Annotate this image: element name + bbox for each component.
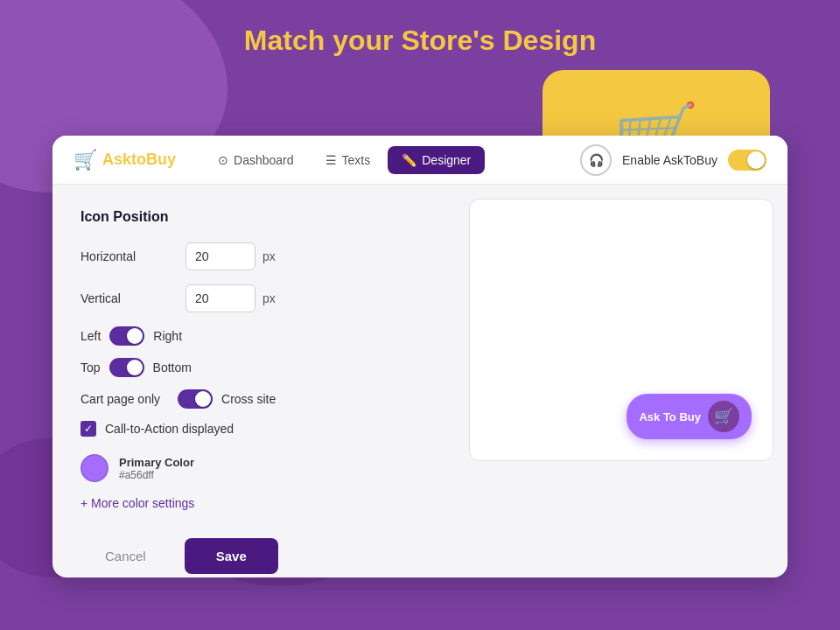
dashboard-tab-label: Dashboard xyxy=(234,153,294,167)
texts-tab-label: Texts xyxy=(342,153,371,167)
nav-tabs: ⊙ Dashboard ☰ Texts ✏️ Designer xyxy=(204,146,580,174)
widget-preview: Ask To Buy 🛒 xyxy=(626,394,752,439)
logo-to: to xyxy=(131,150,146,168)
widget-cart-icon: 🛒 xyxy=(714,407,733,426)
more-colors-link[interactable]: + More color settings xyxy=(80,496,427,510)
vertical-unit: px xyxy=(262,291,276,305)
vertical-row: Vertical px xyxy=(80,284,427,312)
widget-label: Ask To Buy xyxy=(639,410,701,424)
designer-tab-label: Designer xyxy=(422,153,471,167)
left-label: Left xyxy=(80,329,101,343)
logo-area: 🛒 AsktoBuy xyxy=(74,149,176,172)
section-title: Icon Position xyxy=(80,209,427,225)
horizontal-label: Horizontal xyxy=(80,249,186,263)
enable-label: Enable AskToBuy xyxy=(622,153,718,167)
horizontal-row: Horizontal px xyxy=(80,242,427,270)
cta-checkbox[interactable]: ✓ xyxy=(80,421,96,437)
vertical-input[interactable] xyxy=(186,284,256,312)
bottom-label: Bottom xyxy=(153,360,192,374)
primary-color-hex: #a56dff xyxy=(119,469,194,481)
horizontal-input[interactable] xyxy=(186,242,256,270)
page-title: Match your Store's Design xyxy=(0,24,840,57)
cart-page-label: Cart page only xyxy=(80,392,160,406)
right-label: Right xyxy=(153,329,182,343)
top-label: Top xyxy=(80,360,101,374)
logo-icon: 🛒 xyxy=(74,149,97,172)
headset-icon: 🎧 xyxy=(589,153,604,167)
logo-text: AsktoBuy xyxy=(102,150,176,169)
widget-cart-button[interactable]: 🛒 xyxy=(708,401,739,432)
cart-crosssite-thumb xyxy=(195,391,211,407)
logo-buy: Buy xyxy=(146,150,176,168)
cta-row: ✓ Call-to-Action displayed xyxy=(80,421,427,437)
dashboard-icon: ⊙ xyxy=(218,153,228,167)
enable-toggle[interactable] xyxy=(728,150,766,171)
texts-icon: ☰ xyxy=(326,153,337,167)
color-row: Primary Color #a56dff xyxy=(80,454,427,482)
preview-panel: Ask To Buy 🛒 xyxy=(455,185,788,578)
toggle-thumb xyxy=(747,151,765,169)
more-colors-label: + More color settings xyxy=(80,496,194,510)
logo-ask: Ask xyxy=(102,150,131,168)
cart-crosssite-toggle[interactable] xyxy=(178,389,213,409)
vertical-input-wrapper: px xyxy=(186,284,276,312)
top-bottom-row: Top Bottom xyxy=(80,358,427,377)
cancel-button[interactable]: Cancel xyxy=(80,538,171,574)
horizontal-input-wrapper: px xyxy=(186,242,276,270)
tab-dashboard[interactable]: ⊙ Dashboard xyxy=(204,146,308,174)
left-right-toggle[interactable] xyxy=(109,326,144,346)
designer-icon: ✏️ xyxy=(402,153,416,167)
cta-label: Call-to-Action displayed xyxy=(105,422,234,436)
vertical-label: Vertical xyxy=(80,291,186,305)
footer-buttons: Cancel Save xyxy=(80,538,427,574)
support-button[interactable]: 🎧 xyxy=(580,144,612,176)
tab-designer[interactable]: ✏️ Designer xyxy=(388,146,485,174)
cart-crosssite-row: Cart page only Cross site xyxy=(80,389,427,409)
preview-box: Ask To Buy 🛒 xyxy=(469,199,774,461)
content-area: Icon Position Horizontal px Vertical px xyxy=(52,185,788,578)
header-right: 🎧 Enable AskToBuy xyxy=(580,144,766,176)
main-card: 🛒 AsktoBuy ⊙ Dashboard ☰ Texts ✏️ Design… xyxy=(52,136,788,578)
settings-panel: Icon Position Horizontal px Vertical px xyxy=(52,185,455,578)
top-bottom-thumb xyxy=(127,360,143,375)
primary-color-swatch[interactable] xyxy=(80,454,108,482)
tab-texts[interactable]: ☰ Texts xyxy=(312,146,385,174)
color-info: Primary Color #a56dff xyxy=(119,456,194,481)
horizontal-unit: px xyxy=(262,249,276,263)
primary-color-label: Primary Color xyxy=(119,456,194,469)
save-button[interactable]: Save xyxy=(185,538,278,574)
left-right-row: Left Right xyxy=(80,326,427,346)
header-bar: 🛒 AsktoBuy ⊙ Dashboard ☰ Texts ✏️ Design… xyxy=(52,136,788,185)
top-bottom-toggle[interactable] xyxy=(109,358,144,377)
cross-site-label: Cross site xyxy=(221,392,276,406)
